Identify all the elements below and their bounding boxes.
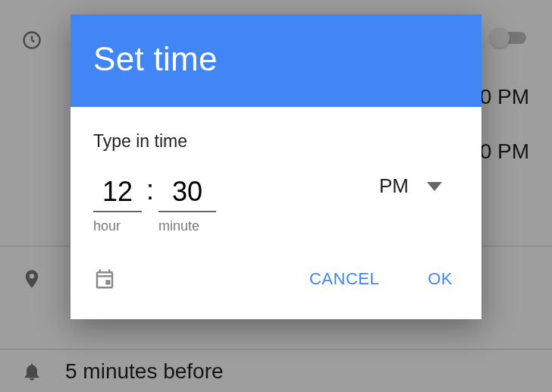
ok-button[interactable]: OK — [422, 262, 459, 296]
chevron-down-icon — [427, 182, 442, 191]
dialog-title: Set time — [71, 14, 481, 107]
set-time-dialog: Set time Type in time hour : minute PM — [71, 14, 481, 319]
cancel-button[interactable]: CANCEL — [303, 262, 385, 296]
calendar-icon[interactable] — [93, 268, 116, 290]
hour-label: hour — [93, 218, 142, 234]
svg-rect-1 — [105, 280, 110, 284]
ampm-select[interactable]: PM — [379, 174, 442, 198]
minute-label: minute — [158, 218, 216, 234]
dialog-subtitle: Type in time — [93, 131, 459, 152]
minute-input[interactable] — [158, 174, 216, 212]
hour-input[interactable] — [93, 174, 142, 212]
time-colon: : — [142, 174, 158, 212]
ampm-value: PM — [379, 174, 409, 198]
